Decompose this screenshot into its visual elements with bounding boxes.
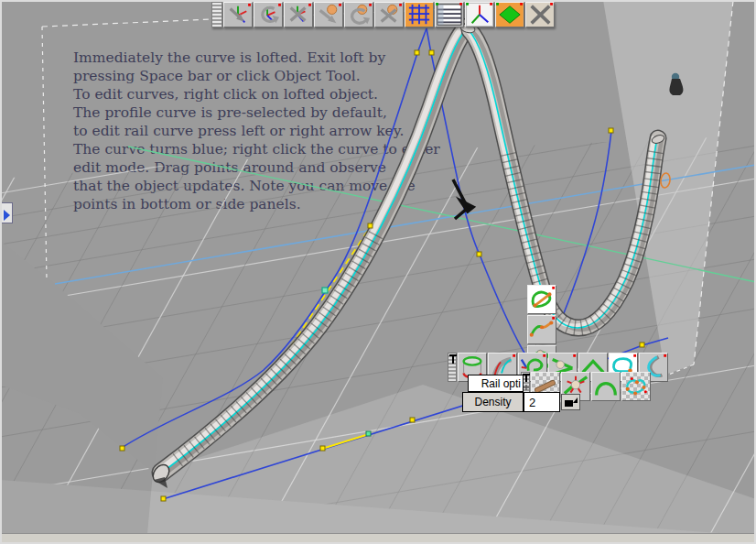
toolbar-grip[interactable] <box>211 2 222 27</box>
instruction-line: Immediately the curve is lofted. Exit lo… <box>73 49 385 66</box>
control-point[interactable] <box>320 446 325 451</box>
rotate-view-button[interactable] <box>254 2 283 27</box>
control-point[interactable] <box>410 418 415 422</box>
control-point[interactable] <box>161 496 166 501</box>
tool-profile-curve[interactable] <box>527 285 556 314</box>
rotate-object-button[interactable] <box>344 2 373 27</box>
density-stepper[interactable] <box>561 394 580 410</box>
instruction-line: To edit curves, right click on lofted ob… <box>73 86 378 103</box>
pin-icon <box>523 375 530 382</box>
control-point[interactable] <box>429 50 434 55</box>
instruction-line: The profile curve is pre-selected by def… <box>73 104 387 121</box>
pin-icon <box>449 355 457 364</box>
instruction-line: points in bottom or side panels. <box>73 196 301 212</box>
control-point[interactable] <box>640 343 644 347</box>
close-tools-button[interactable] <box>525 2 555 27</box>
view-toolbar <box>211 2 555 27</box>
tool-curve-segments[interactable] <box>527 315 556 344</box>
stepper-icon <box>565 397 578 407</box>
green-control-point[interactable] <box>366 431 371 436</box>
right-arrow-icon <box>4 210 10 221</box>
tool-point-curve[interactable] <box>621 372 651 401</box>
panels-button[interactable] <box>435 2 464 27</box>
pan-view-button[interactable] <box>223 2 253 27</box>
axes-button[interactable] <box>465 2 494 27</box>
strip-grip[interactable] <box>448 353 457 382</box>
control-point[interactable] <box>415 50 419 55</box>
application-window: Immediately the curve is lofted. Exit lo… <box>0 0 756 544</box>
viewport-3d[interactable]: Immediately the curve is lofted. Exit lo… <box>0 0 756 544</box>
instruction-line: pressing Space bar or click Object Tool. <box>73 68 361 84</box>
scale-object-button[interactable] <box>374 2 404 27</box>
expand-left-panel-button[interactable] <box>0 202 13 223</box>
tool-arc[interactable] <box>591 372 621 401</box>
density-menu-item[interactable]: Density <box>462 392 524 412</box>
grid-toggle-button[interactable] <box>405 2 434 27</box>
control-point[interactable] <box>477 252 481 256</box>
selected-control-point[interactable] <box>322 288 328 293</box>
move-object-button[interactable] <box>314 2 343 27</box>
density-value-field[interactable]: 2 <box>524 392 560 412</box>
zoom-view-button[interactable] <box>284 2 313 27</box>
control-point[interactable] <box>368 223 373 228</box>
facet-display-button[interactable] <box>495 2 524 27</box>
instruction-line: to edit rail curve press left or right a… <box>73 123 404 139</box>
rail-options-menu-item[interactable]: Rail opti <box>468 375 524 392</box>
control-point[interactable] <box>609 128 613 133</box>
control-point[interactable] <box>120 446 124 451</box>
